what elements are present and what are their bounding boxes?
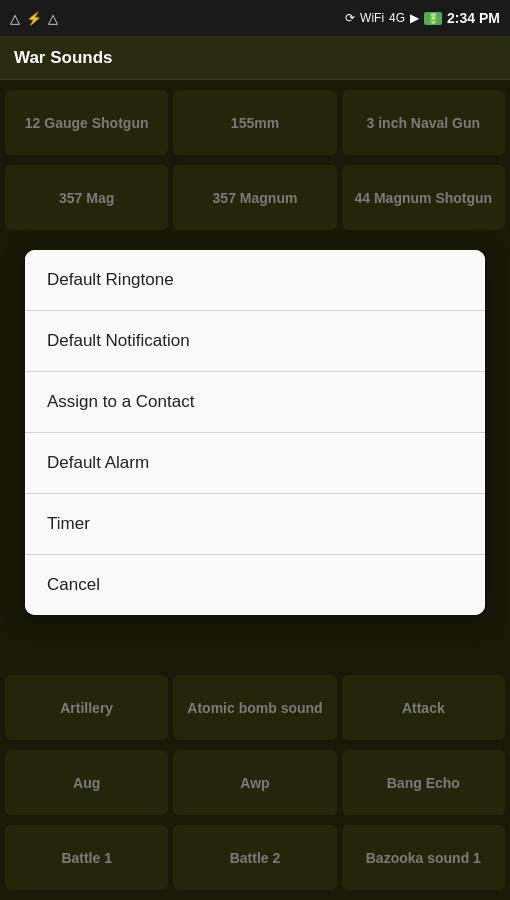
dialog-overlay[interactable]: Default Ringtone Default Notification As… [0, 80, 510, 900]
usb-icon: ⚡ [26, 11, 42, 26]
status-right-icons: ⟳ WiFi 4G ▶ 🔋 2:34 PM [345, 10, 500, 26]
status-time: 2:34 PM [447, 10, 500, 26]
dialog-item-timer[interactable]: Timer [25, 494, 485, 555]
battery-icon: 🔋 [424, 12, 442, 25]
android-icon: △ [10, 11, 20, 26]
dialog-item-default-ringtone[interactable]: Default Ringtone [25, 250, 485, 311]
options-dialog: Default Ringtone Default Notification As… [25, 250, 485, 615]
dialog-item-default-alarm[interactable]: Default Alarm [25, 433, 485, 494]
status-left-icons: △ ⚡ △ [10, 11, 58, 26]
dialog-item-default-notification[interactable]: Default Notification [25, 311, 485, 372]
lte-icon: 4G [389, 11, 405, 25]
rotate-icon: ⟳ [345, 11, 355, 25]
app-title: War Sounds [14, 48, 113, 68]
app-bar: War Sounds [0, 36, 510, 80]
dialog-item-assign-contact[interactable]: Assign to a Contact [25, 372, 485, 433]
signal-icon: ▶ [410, 11, 419, 25]
sync-icon: △ [48, 11, 58, 26]
wifi-icon: WiFi [360, 11, 384, 25]
grid-area: 12 Gauge Shotgun 155mm 3 inch Naval Gun … [0, 80, 510, 900]
status-bar: △ ⚡ △ ⟳ WiFi 4G ▶ 🔋 2:34 PM [0, 0, 510, 36]
dialog-item-cancel[interactable]: Cancel [25, 555, 485, 615]
